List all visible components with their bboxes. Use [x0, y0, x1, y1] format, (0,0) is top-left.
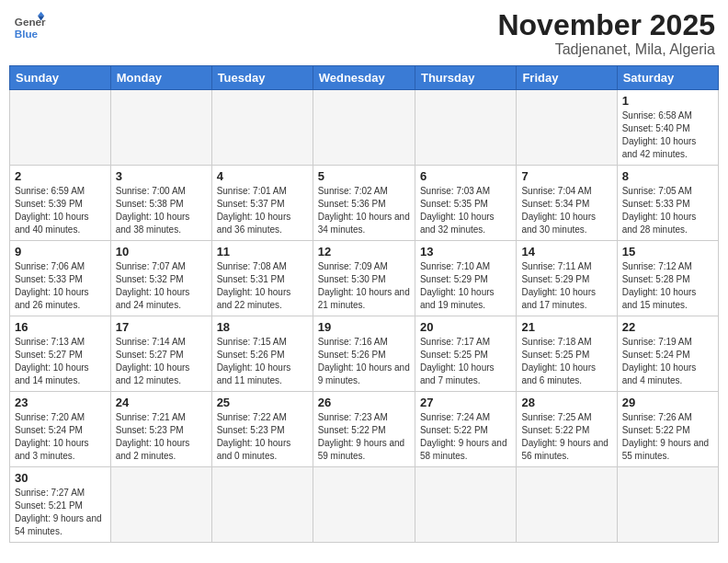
calendar-cell: 20Sunrise: 7:17 AM Sunset: 5:25 PM Dayli…	[415, 316, 516, 392]
day-number: 10	[116, 245, 207, 259]
day-number: 5	[318, 169, 410, 183]
calendar-cell: 25Sunrise: 7:22 AM Sunset: 5:23 PM Dayli…	[211, 392, 313, 467]
day-number: 3	[116, 169, 207, 183]
day-number: 26	[318, 396, 410, 409]
header: General Blue November 2025 Tadjenanet, M…	[9, 9, 719, 58]
page: General Blue November 2025 Tadjenanet, M…	[0, 0, 728, 563]
day-number: 22	[622, 320, 713, 334]
logo: General Blue	[13, 9, 46, 42]
calendar-cell: 16Sunrise: 7:13 AM Sunset: 5:27 PM Dayli…	[10, 316, 111, 392]
calendar-header-tuesday: Tuesday	[211, 66, 313, 90]
day-number: 1	[622, 94, 713, 108]
week-row-4: 16Sunrise: 7:13 AM Sunset: 5:27 PM Dayli…	[10, 316, 719, 392]
day-number: 27	[420, 396, 511, 409]
svg-text:Blue: Blue	[15, 28, 39, 40]
calendar-cell: 6Sunrise: 7:03 AM Sunset: 5:35 PM Daylig…	[415, 166, 516, 241]
day-number: 8	[622, 169, 713, 183]
day-number: 28	[521, 396, 611, 409]
day-info: Sunrise: 7:23 AM Sunset: 5:22 PM Dayligh…	[318, 411, 410, 463]
day-number: 13	[420, 245, 511, 259]
week-row-1: 1Sunrise: 6:58 AM Sunset: 5:40 PM Daylig…	[10, 90, 719, 166]
day-info: Sunrise: 7:13 AM Sunset: 5:27 PM Dayligh…	[15, 336, 106, 387]
day-info: Sunrise: 7:22 AM Sunset: 5:23 PM Dayligh…	[217, 411, 308, 463]
calendar-cell	[211, 467, 313, 543]
calendar-cell: 9Sunrise: 7:06 AM Sunset: 5:33 PM Daylig…	[10, 241, 111, 316]
day-info: Sunrise: 7:26 AM Sunset: 5:22 PM Dayligh…	[622, 411, 713, 463]
week-row-3: 9Sunrise: 7:06 AM Sunset: 5:33 PM Daylig…	[10, 241, 719, 316]
day-info: Sunrise: 7:03 AM Sunset: 5:35 PM Dayligh…	[420, 185, 511, 236]
day-info: Sunrise: 7:10 AM Sunset: 5:29 PM Dayligh…	[420, 260, 511, 312]
calendar-header-monday: Monday	[110, 66, 211, 90]
calendar-table: SundayMondayTuesdayWednesdayThursdayFrid…	[9, 65, 719, 543]
day-number: 29	[622, 396, 713, 409]
calendar-cell: 4Sunrise: 7:01 AM Sunset: 5:37 PM Daylig…	[211, 166, 313, 241]
calendar-cell: 3Sunrise: 7:00 AM Sunset: 5:38 PM Daylig…	[110, 166, 211, 241]
day-number: 14	[521, 245, 611, 259]
calendar-cell: 7Sunrise: 7:04 AM Sunset: 5:34 PM Daylig…	[517, 166, 617, 241]
calendar-cell: 19Sunrise: 7:16 AM Sunset: 5:26 PM Dayli…	[313, 316, 415, 392]
day-number: 18	[217, 320, 308, 334]
calendar-cell	[617, 467, 718, 543]
calendar-cell: 29Sunrise: 7:26 AM Sunset: 5:22 PM Dayli…	[617, 392, 718, 467]
day-info: Sunrise: 7:11 AM Sunset: 5:29 PM Dayligh…	[521, 260, 611, 312]
day-info: Sunrise: 7:05 AM Sunset: 5:33 PM Dayligh…	[622, 185, 713, 236]
day-number: 16	[15, 320, 106, 334]
calendar-cell: 18Sunrise: 7:15 AM Sunset: 5:26 PM Dayli…	[211, 316, 313, 392]
calendar-cell: 17Sunrise: 7:14 AM Sunset: 5:27 PM Dayli…	[110, 316, 211, 392]
day-number: 17	[116, 320, 207, 334]
day-number: 23	[15, 396, 106, 409]
calendar-cell: 28Sunrise: 7:25 AM Sunset: 5:22 PM Dayli…	[517, 392, 617, 467]
day-info: Sunrise: 7:01 AM Sunset: 5:37 PM Dayligh…	[217, 185, 308, 236]
day-info: Sunrise: 7:21 AM Sunset: 5:23 PM Dayligh…	[116, 411, 207, 463]
calendar-header-thursday: Thursday	[415, 66, 516, 90]
calendar-cell: 1Sunrise: 6:58 AM Sunset: 5:40 PM Daylig…	[617, 90, 718, 166]
calendar-cell	[517, 90, 617, 166]
calendar-cell	[415, 90, 516, 166]
calendar-cell: 8Sunrise: 7:05 AM Sunset: 5:33 PM Daylig…	[617, 166, 718, 241]
day-number: 9	[15, 245, 106, 259]
calendar-cell: 10Sunrise: 7:07 AM Sunset: 5:32 PM Dayli…	[110, 241, 211, 316]
day-info: Sunrise: 7:18 AM Sunset: 5:25 PM Dayligh…	[521, 336, 611, 387]
day-number: 30	[15, 471, 106, 485]
day-info: Sunrise: 7:20 AM Sunset: 5:24 PM Dayligh…	[15, 411, 106, 463]
day-info: Sunrise: 7:00 AM Sunset: 5:38 PM Dayligh…	[116, 185, 207, 236]
calendar-cell: 22Sunrise: 7:19 AM Sunset: 5:24 PM Dayli…	[617, 316, 718, 392]
day-info: Sunrise: 7:15 AM Sunset: 5:26 PM Dayligh…	[217, 336, 308, 387]
calendar-cell: 26Sunrise: 7:23 AM Sunset: 5:22 PM Dayli…	[313, 392, 415, 467]
calendar-cell	[110, 90, 211, 166]
day-info: Sunrise: 7:06 AM Sunset: 5:33 PM Dayligh…	[15, 260, 106, 312]
day-number: 2	[15, 169, 106, 183]
calendar-cell	[415, 467, 516, 543]
calendar-cell	[517, 467, 617, 543]
calendar-cell: 5Sunrise: 7:02 AM Sunset: 5:36 PM Daylig…	[313, 166, 415, 241]
day-number: 15	[622, 245, 713, 259]
week-row-5: 23Sunrise: 7:20 AM Sunset: 5:24 PM Dayli…	[10, 392, 719, 467]
calendar-cell	[10, 90, 111, 166]
week-row-6: 30Sunrise: 7:27 AM Sunset: 5:21 PM Dayli…	[10, 467, 719, 543]
calendar-cell: 11Sunrise: 7:08 AM Sunset: 5:31 PM Dayli…	[211, 241, 313, 316]
week-row-2: 2Sunrise: 6:59 AM Sunset: 5:39 PM Daylig…	[10, 166, 719, 241]
day-info: Sunrise: 7:14 AM Sunset: 5:27 PM Dayligh…	[116, 336, 207, 387]
day-info: Sunrise: 7:16 AM Sunset: 5:26 PM Dayligh…	[318, 336, 410, 387]
calendar-cell	[211, 90, 313, 166]
calendar-cell: 2Sunrise: 6:59 AM Sunset: 5:39 PM Daylig…	[10, 166, 111, 241]
day-info: Sunrise: 7:24 AM Sunset: 5:22 PM Dayligh…	[420, 411, 511, 463]
day-number: 4	[217, 169, 308, 183]
day-info: Sunrise: 7:19 AM Sunset: 5:24 PM Dayligh…	[622, 336, 713, 387]
day-number: 7	[521, 169, 611, 183]
title-block: November 2025 Tadjenanet, Mila, Algeria	[497, 9, 715, 58]
calendar-cell: 13Sunrise: 7:10 AM Sunset: 5:29 PM Dayli…	[415, 241, 516, 316]
day-number: 21	[521, 320, 611, 334]
day-number: 11	[217, 245, 308, 259]
day-number: 20	[420, 320, 511, 334]
day-info: Sunrise: 7:02 AM Sunset: 5:36 PM Dayligh…	[318, 185, 410, 236]
day-number: 25	[217, 396, 308, 409]
day-info: Sunrise: 7:09 AM Sunset: 5:30 PM Dayligh…	[318, 260, 410, 312]
calendar-cell: 12Sunrise: 7:09 AM Sunset: 5:30 PM Dayli…	[313, 241, 415, 316]
calendar-cell	[313, 90, 415, 166]
calendar-cell: 23Sunrise: 7:20 AM Sunset: 5:24 PM Dayli…	[10, 392, 111, 467]
day-info: Sunrise: 7:07 AM Sunset: 5:32 PM Dayligh…	[116, 260, 207, 312]
calendar-cell	[313, 467, 415, 543]
calendar-header-wednesday: Wednesday	[313, 66, 415, 90]
calendar-header-sunday: Sunday	[10, 66, 111, 90]
